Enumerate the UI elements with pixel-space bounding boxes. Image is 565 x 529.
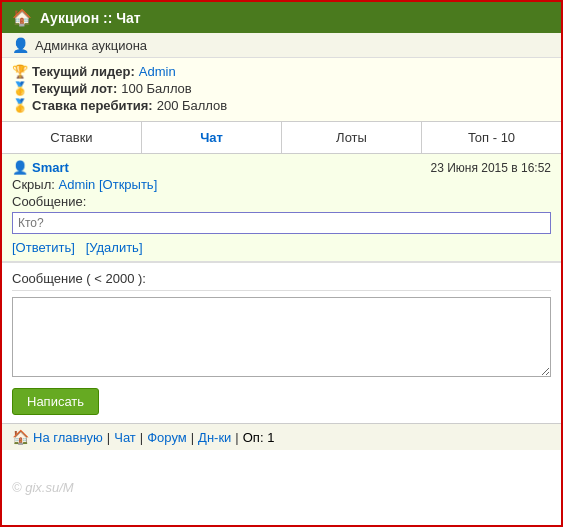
bid-icon: 🥇 <box>12 98 28 113</box>
leader-row: 🏆 Текущий лидер: Admin <box>12 64 551 79</box>
sep1: | <box>107 430 110 445</box>
lot-value: 100 Баллов <box>121 81 192 96</box>
author-name: Smart <box>32 160 69 175</box>
tab-stavki[interactable]: Ставки <box>2 122 142 153</box>
bid-row: 🥇 Ставка перебития: 200 Баллов <box>12 98 551 113</box>
message-who-input[interactable] <box>12 212 551 234</box>
message-field-label: Сообщение: <box>12 194 551 209</box>
hidden-user: Admin <box>58 177 95 192</box>
submit-button[interactable]: Написать <box>12 388 99 415</box>
medal-icon: 🥇 <box>12 81 28 96</box>
hidden-label: Скрыл: <box>12 177 55 192</box>
delete-link[interactable]: [Удалить] <box>86 240 143 255</box>
bid-value: 200 Баллов <box>157 98 228 113</box>
trophy-icon: 🏆 <box>12 64 28 79</box>
info-section: 🏆 Текущий лидер: Admin 🥇 Текущий лот: 10… <box>2 58 561 122</box>
footer-home-link[interactable]: На главную <box>33 430 103 445</box>
message-hidden: Скрыл: Admin [Открыть] <box>12 177 551 192</box>
author-icon: 👤 <box>12 160 28 175</box>
home-icon: 🏠 <box>12 8 32 27</box>
sep2: | <box>140 430 143 445</box>
message-item: 👤 Smart 23 Июня 2015 в 16:52 Скрыл: Admi… <box>2 154 561 262</box>
lot-label: Текущий лот: <box>32 81 117 96</box>
tab-chat[interactable]: Чат <box>142 122 282 153</box>
footer-home-icon: 🏠 <box>12 429 29 445</box>
watermark: © gix.su/M <box>12 480 74 495</box>
message-actions: [Ответить] [Удалить] <box>12 240 551 255</box>
footer-forum-link[interactable]: Форум <box>147 430 187 445</box>
bid-label: Ставка перебития: <box>32 98 153 113</box>
message-author: 👤 Smart <box>12 160 69 175</box>
header-title: Аукцион :: Чат <box>40 10 141 26</box>
reply-section: Сообщение ( < 2000 ): Написать <box>2 262 561 423</box>
tab-top10[interactable]: Топ - 10 <box>422 122 561 153</box>
footer-dnki-link[interactable]: Дн-ки <box>198 430 231 445</box>
lot-row: 🥇 Текущий лот: 100 Баллов <box>12 81 551 96</box>
message-header: 👤 Smart 23 Июня 2015 в 16:52 <box>12 160 551 175</box>
admin-icon: 👤 <box>12 37 29 53</box>
hidden-open-link[interactable]: [Открыть] <box>99 177 157 192</box>
nav-tabs: Ставки Чат Лоты Топ - 10 <box>2 122 561 154</box>
admin-bar: 👤 Админка аукциона <box>2 33 561 58</box>
footer-chat-link[interactable]: Чат <box>114 430 136 445</box>
footer: 🏠 На главную | Чат | Форум | Дн-ки | Оп:… <box>2 423 561 450</box>
main-container: 🏠 Аукцион :: Чат 👤 Админка аукциона 🏆 Те… <box>0 0 563 527</box>
content-area: 👤 Smart 23 Июня 2015 в 16:52 Скрыл: Admi… <box>2 154 561 423</box>
reply-link[interactable]: [Ответить] <box>12 240 75 255</box>
sep4: | <box>235 430 238 445</box>
sep3: | <box>191 430 194 445</box>
reply-textarea[interactable] <box>12 297 551 377</box>
leader-value: Admin <box>139 64 176 79</box>
admin-link[interactable]: Админка аукциона <box>35 38 147 53</box>
header: 🏠 Аукцион :: Чат <box>2 2 561 33</box>
tab-loty[interactable]: Лоты <box>282 122 422 153</box>
footer-op: Оп: 1 <box>243 430 275 445</box>
reply-label: Сообщение ( < 2000 ): <box>12 271 551 291</box>
message-date: 23 Июня 2015 в 16:52 <box>430 161 551 175</box>
leader-label: Текущий лидер: <box>32 64 135 79</box>
